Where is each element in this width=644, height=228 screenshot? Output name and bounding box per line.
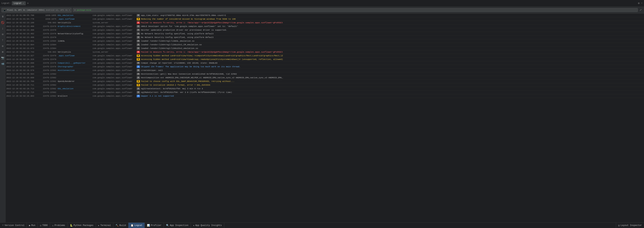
log-pid: 22470-22470 — [40, 29, 57, 31]
status-profiler[interactable]: 📊 Profiler — [145, 223, 164, 228]
log-row[interactable]: 2022-12-29 02:02:23.199 546-603 VerityUt… — [6, 21, 644, 24]
log-date: 2022-12-29 02:02:26.699 — [6, 77, 40, 79]
status-layout-inspector[interactable]: ◫ Layout Inspector — [616, 223, 644, 228]
log-row[interactable]: 2022-12-29 02:02:24.327 22470-22470 .app… — [6, 54, 644, 58]
terminal-label: Terminal — [100, 224, 111, 227]
log-row[interactable]: 2022-12-29 02:02:26.711 22470-22582 com.… — [6, 83, 644, 87]
log-row[interactable]: 2022-12-29 02:02:26.715 22470-22582 com.… — [6, 91, 644, 94]
expand-panel-button[interactable]: ⊞ — [1, 50, 5, 54]
status-version-control[interactable]: ⑂ Version Control — [0, 223, 27, 228]
log-row[interactable]: 2022-12-29 02:02:24.328 22470-22470 com.… — [6, 58, 644, 61]
log-row[interactable]: 2022-12-29 01:00:55.790 1639-1855 EGL_em… — [6, 13, 644, 17]
log-level-badge: D — [137, 76, 140, 79]
log-row[interactable]: 2022-12-29 02:02:23.621 22470-22584 libE… — [6, 39, 644, 43]
filter-text: package:mine — [77, 9, 91, 11]
log-badge-cell: D — [136, 40, 140, 42]
log-pid: 546-603 — [40, 22, 57, 24]
screenshot-button[interactable]: 📷 — [1, 56, 5, 60]
log-badge-cell: W — [136, 80, 140, 83]
log-badge-cell: I — [136, 65, 140, 68]
log-pid: 546-603 — [40, 51, 57, 53]
log-row[interactable]: 2022-12-29 02:02:26.584 22470-22582 com.… — [6, 72, 644, 76]
log-level-badge: V — [137, 29, 140, 31]
log-message: Compat change id reported: 171228096; UI… — [140, 62, 644, 64]
toolbar: 📱 Pixel XL API 31 (emulator-5554) Androi… — [0, 6, 644, 13]
log-pid: 22470-22582 — [40, 80, 57, 83]
settings-icon[interactable]: ⚙ — [638, 2, 640, 5]
log-level-badge: I — [137, 65, 140, 68]
log-level-badge: D — [137, 91, 140, 94]
log-row[interactable]: 2022-12-29 02:02:23.402 22470-22470 Netw… — [6, 32, 644, 36]
log-message: Neither updatable production driver nor … — [140, 29, 644, 31]
add-tab-button[interactable]: + — [26, 2, 30, 5]
status-build[interactable]: 🔨 Build — [113, 223, 128, 228]
log-message: No Network Security Config specified, us… — [140, 33, 644, 35]
status-python-packages[interactable]: 🐍 Python Packages — [68, 223, 96, 228]
close-tab-icon[interactable]: ✕ — [23, 2, 24, 4]
log-level-badge: D — [137, 73, 140, 75]
log-area[interactable]: 2022-12-29 01:00:55.790 1639-1855 EGL_em… — [6, 13, 644, 223]
status-app-inspection[interactable]: 🔍 App Inspection — [164, 223, 191, 228]
log-pkg: com.google.samples.apps.sunflower — [92, 40, 136, 42]
log-row[interactable]: 2022-12-29 02:02:26.579 22470-22582 Host… — [6, 69, 644, 72]
log-row[interactable]: 2022-12-29 02:02:23.664 22470-22584 com.… — [6, 43, 644, 47]
log-row[interactable]: 2022-12-29 02:02:25.690 22470-22470 Comp… — [6, 61, 644, 65]
log-tag: .apps.sunflowe — [57, 18, 92, 20]
log-level-badge: D — [137, 43, 140, 46]
up-arrow-button[interactable]: ↑ — [1, 38, 5, 42]
filter-bar[interactable]: ⊟ package:mine — [73, 8, 638, 12]
log-pid: 1639-1675 — [40, 18, 57, 20]
log-level-badge: W — [137, 18, 140, 20]
clear-button[interactable]: 🚫 — [1, 20, 5, 24]
logcat-status-label: Logcat — [134, 224, 142, 227]
log-level-badge: D — [137, 14, 140, 17]
log-row[interactable]: 2022-12-29 02:02:26.709 22470-22582 Open… — [6, 80, 644, 83]
log-row[interactable]: 2022-12-29 02:02:23.400 22470-22470 com.… — [6, 28, 644, 32]
log-badge-cell: I — [136, 95, 140, 97]
log-row[interactable]: 2022-12-29 02:02:23.400 22470-22470 com.… — [6, 36, 644, 39]
filter-settings-button[interactable]: ⊟ — [1, 32, 5, 36]
log-row[interactable]: 2022-12-29 02:02:26.803 22470-22582 Gral… — [6, 94, 644, 98]
chevron-down-icon: ▾ — [69, 9, 70, 11]
status-run[interactable]: ▶ Run — [27, 223, 38, 228]
log-pkg: com.google.samples.apps.sunflower — [92, 36, 136, 38]
log-pid: 22470-22470 — [40, 66, 57, 68]
app-quality-label: App Quality Insights — [196, 224, 222, 227]
expand-button[interactable]: ⤢ — [639, 8, 642, 12]
screen-record-button[interactable]: 📹 — [1, 62, 5, 66]
logcat-label: Logcat: — [2, 2, 11, 4]
log-level-badge: D — [137, 62, 140, 64]
status-problems[interactable]: ⚠ Problems — [50, 223, 68, 228]
log-pkg: com.google.samples.apps.sunflower — [92, 29, 136, 31]
log-date: 2022-12-29 02:02:24.328 — [6, 58, 40, 60]
layout-inspector-label: Layout Inspector — [621, 224, 642, 227]
pause-button[interactable]: ⏸ — [1, 15, 5, 19]
status-logcat[interactable]: 📋 Logcat — [128, 223, 145, 228]
log-date: 2022-12-29 02:02:26.709 — [6, 80, 40, 83]
log-badge-cell: D — [136, 69, 140, 72]
log-pkg: com.google.samples.apps.sunflower — [92, 44, 136, 46]
device-selector[interactable]: 📱 Pixel XL API 31 (emulator-5554) Androi… — [2, 8, 72, 12]
log-level-badge: W — [137, 54, 140, 57]
tab-logcat[interactable]: Logcat ✕ — [12, 1, 26, 5]
log-badge-cell: D — [136, 32, 140, 35]
log-badge-cell: D — [136, 76, 140, 79]
log-row[interactable]: 2022-12-29 02:02:23.400 22470-22470 Grap… — [6, 24, 644, 28]
settings-button[interactable]: ⚙ — [1, 44, 5, 48]
status-app-quality[interactable]: ✦ App Quality Insights — [191, 223, 224, 228]
log-row[interactable]: 2022-12-29 02:02:26.699 22470-22582 com.… — [6, 76, 644, 80]
log-tag: Compatibil...geReporter — [57, 62, 92, 64]
log-tag: VerityUtils — [57, 22, 92, 24]
minimize-icon[interactable]: − — [641, 2, 642, 5]
scroll-to-end-button[interactable]: ↓ — [1, 26, 5, 30]
todo-label: TODO — [42, 224, 48, 227]
status-terminal[interactable]: ▸ Terminal — [96, 223, 113, 228]
log-row[interactable]: 2022-12-29 02:02:26.713 22470-22582 EGL_… — [6, 87, 644, 91]
log-row[interactable]: 2022-12-29 02:02:23.743 546-603 VerityUt… — [6, 50, 644, 54]
log-pkg: com.google.samples.apps.sunflower — [92, 33, 136, 35]
status-todo[interactable]: ☑ TODO — [38, 223, 50, 228]
app-quality-icon: ✦ — [193, 224, 194, 227]
log-row[interactable]: 2022-12-29 01:01:04.770 1639-1675 .apps.… — [6, 17, 644, 21]
log-row[interactable]: 2022-12-29 02:02:26.155 22470-22470 Chor… — [6, 65, 644, 69]
log-row[interactable]: 2022-12-29 02:02:23.673 22470-22584 com.… — [6, 47, 644, 50]
